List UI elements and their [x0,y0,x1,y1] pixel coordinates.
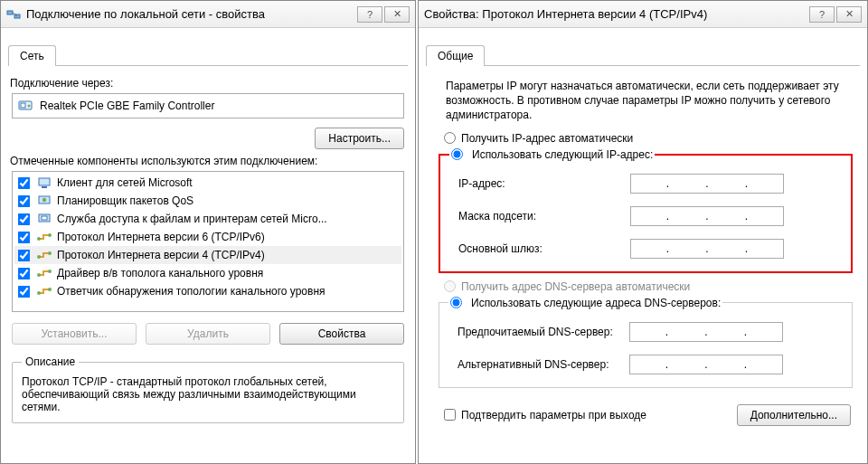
component-label: Планировщик пакетов QoS [57,194,193,207]
list-item[interactable]: Протокол Интернета версии 4 (TCP/IPv4) [14,246,401,264]
component-label: Драйвер в/в тополога канального уровня [57,267,263,279]
description-title: Описание [22,355,79,368]
list-item[interactable]: Протокол Интернета версии 6 (TCP/IPv6) [14,228,401,246]
radio-input-ip-auto[interactable] [444,132,456,144]
close-button[interactable]: ✕ [384,6,410,23]
list-item[interactable]: Клиент для сетей Microsoft [14,174,401,192]
component-checkbox[interactable] [18,249,31,261]
component-checkbox[interactable] [18,267,31,279]
radio-dns-auto: Получить адрес DNS-сервера автоматически [444,280,860,293]
svg-point-16 [37,273,41,277]
svg-point-19 [48,288,52,291]
radio-label-ip-auto: Получить IP-адрес автоматически [461,132,633,145]
ipv4-properties-window: Свойства: Протокол Интернета версии 4 (T… [418,0,868,464]
svg-point-18 [37,291,41,295]
ip-manual-group: Использовать следующий IP-адрес: IP-адре… [439,148,853,273]
help-button[interactable]: ? [357,6,382,23]
uninstall-button[interactable]: Удалить [146,323,270,345]
advanced-button[interactable]: Дополнительно... [737,404,851,426]
titlebar[interactable]: Свойства: Протокол Интернета версии 4 (T… [419,1,867,28]
window-title: Подключение по локальной сети - свойства [26,7,355,21]
component-checkbox[interactable] [18,285,31,298]
radio-input-ip-manual[interactable] [451,148,463,160]
radio-dns-manual[interactable]: Использовать следующие адреса DNS-сервер… [448,297,722,309]
titlebar[interactable]: Подключение по локальной сети - свойства… [1,1,415,28]
ip-address-input[interactable]: ... [630,174,784,194]
dns-alt-label: Альтернативный DNS-сервер: [458,358,629,371]
adapter-field[interactable]: Realtek PCIe GBE Family Controller [12,93,404,118]
radio-ip-auto[interactable]: Получить IP-адрес автоматически [444,132,860,145]
ip-address-label: IP-адрес: [458,177,630,190]
svg-point-14 [37,255,41,259]
subnet-mask-label: Маска подсети: [458,210,630,223]
client-icon [37,175,52,190]
list-item[interactable]: Служба доступа к файлам и принтерам сете… [14,210,401,228]
svg-rect-11 [42,216,47,220]
subnet-mask-input[interactable]: ... [630,206,784,226]
gateway-input[interactable]: ... [630,239,784,259]
svg-point-5 [28,105,31,108]
radio-input-dns-auto [444,280,456,292]
component-label: Ответчик обнаружения топологии канальног… [57,285,326,298]
dns-manual-group: Использовать следующие адреса DNS-сервер… [439,297,853,388]
close-button[interactable]: ✕ [836,6,862,23]
component-checkbox[interactable] [18,176,31,189]
radio-label-ip-manual: Использовать следующий IP-адрес: [472,148,653,161]
component-label: Служба доступа к файлам и принтерам сете… [57,213,327,225]
dns-pref-input[interactable]: ... [629,322,783,342]
svg-point-9 [42,198,46,202]
svg-rect-4 [21,103,25,108]
tabs: Общие [426,44,860,66]
component-label: Протокол Интернета версии 4 (TCP/IPv4) [57,249,265,261]
configure-button[interactable]: Настроить... [315,128,404,149]
tab-general[interactable]: Общие [426,45,485,66]
window-title: Свойства: Протокол Интернета версии 4 (T… [424,7,807,21]
install-button[interactable]: Установить... [12,323,137,345]
radio-label-dns-manual: Использовать следующие адреса DNS-сервер… [471,297,721,309]
components-list[interactable]: Клиент для сетей MicrosoftПланировщик па… [12,171,404,312]
confirm-label: Подтвердить параметры при выходе [461,409,646,421]
intro-text: Параметры IP могут назначаться автоматич… [446,79,851,123]
dns-pref-label: Предпочитаемый DNS-сервер: [458,326,629,338]
component-label: Клиент для сетей Microsoft [57,176,193,189]
component-label: Протокол Интернета версии 6 (TCP/IPv6) [57,231,265,243]
protocol-icon [37,284,52,298]
network-icon [6,7,21,22]
list-item[interactable]: Планировщик пакетов QoS [14,192,401,210]
description-text: Протокол TCP/IP - стандартный протокол г… [22,375,394,413]
svg-rect-0 [7,11,13,14]
adapter-name: Realtek PCIe GBE Family Controller [40,99,214,112]
confirm-checkbox[interactable] [444,409,456,421]
svg-point-13 [48,233,52,237]
gateway-label: Основной шлюз: [458,242,630,255]
svg-point-17 [48,270,52,273]
list-item[interactable]: Драйвер в/в тополога канального уровня [14,264,401,282]
radio-ip-manual[interactable]: Использовать следующий IP-адрес: [449,148,655,161]
description-group: Описание Протокол TCP/IP - стандартный п… [12,355,404,423]
svg-rect-7 [42,186,47,188]
help-button[interactable]: ? [809,6,835,23]
fileshare-icon [37,212,52,226]
component-checkbox[interactable] [18,213,31,225]
confirm-on-exit[interactable]: Подтвердить параметры при выходе [444,409,646,421]
components-label: Отмеченные компоненты используются этим … [10,155,408,167]
qos-icon [37,194,52,208]
properties-button[interactable]: Свойства [279,323,404,345]
radio-input-dns-manual[interactable] [450,297,462,308]
component-checkbox[interactable] [18,194,31,207]
tab-network[interactable]: Сеть [8,45,56,66]
protocol-icon [37,266,52,280]
list-item[interactable]: Ответчик обнаружения топологии канальног… [14,282,401,300]
protocol-icon [37,230,52,244]
radio-label-dns-auto: Получить адрес DNS-сервера автоматически [461,280,690,293]
lan-properties-window: Подключение по локальной сети - свойства… [0,0,416,464]
tabs: Сеть [8,44,408,66]
protocol-icon [37,248,52,262]
dns-alt-input[interactable]: ... [629,355,783,374]
svg-point-15 [48,251,52,255]
nic-icon [18,99,34,113]
connect-via-label: Подключение через: [10,77,408,90]
svg-rect-6 [39,178,50,185]
component-checkbox[interactable] [18,231,31,243]
svg-point-12 [37,237,41,241]
